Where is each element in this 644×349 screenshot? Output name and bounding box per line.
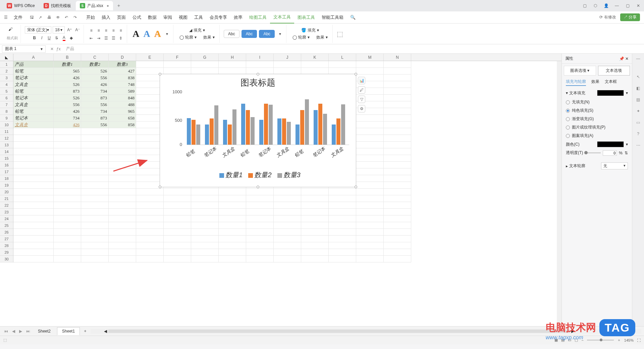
- cell[interactable]: [164, 68, 191, 74]
- chart-bar[interactable]: [323, 114, 327, 145]
- subtab-effects[interactable]: 效果: [591, 79, 599, 86]
- cell[interactable]: 734: [54, 115, 81, 121]
- fill-color-preview[interactable]: [597, 90, 624, 96]
- resize-handle[interactable]: [257, 186, 259, 188]
- cell[interactable]: [81, 249, 109, 256]
- cell[interactable]: [54, 182, 81, 189]
- cell[interactable]: [13, 209, 54, 215]
- brush-icon[interactable]: 🖌: [8, 27, 16, 35]
- cell[interactable]: [329, 242, 356, 249]
- numlist-icon[interactable]: ☰: [110, 35, 117, 42]
- cell[interactable]: [109, 175, 136, 182]
- row-header[interactable]: 13: [0, 142, 13, 148]
- cell[interactable]: [164, 189, 191, 195]
- row-header[interactable]: 5: [0, 88, 13, 95]
- sheet-nav-first[interactable]: ⏮: [3, 329, 9, 334]
- cell[interactable]: [13, 182, 54, 189]
- cell[interactable]: [329, 236, 356, 242]
- cell[interactable]: [356, 142, 384, 148]
- cell[interactable]: [384, 148, 411, 155]
- cell[interactable]: [191, 242, 219, 249]
- row-header[interactable]: 18: [0, 175, 13, 182]
- fx-icon[interactable]: ƒx: [56, 47, 61, 51]
- cell[interactable]: [274, 229, 301, 236]
- maximize-button[interactable]: ▢: [625, 3, 631, 8]
- col-header[interactable]: H: [219, 54, 246, 61]
- row-header[interactable]: 24: [0, 215, 13, 222]
- cell[interactable]: [81, 155, 109, 162]
- chart-bar[interactable]: [264, 104, 268, 145]
- cell[interactable]: [356, 162, 384, 168]
- row-header[interactable]: 22: [0, 202, 13, 209]
- cell[interactable]: 748: [109, 81, 136, 88]
- cell[interactable]: [274, 236, 301, 242]
- cell[interactable]: [54, 256, 81, 262]
- menu-tools[interactable]: 工具: [191, 11, 206, 23]
- save-icon[interactable]: 🖫: [30, 15, 35, 20]
- cell[interactable]: [81, 189, 109, 195]
- cell[interactable]: 产品: [13, 61, 54, 68]
- col-header[interactable]: M: [356, 54, 384, 61]
- cell[interactable]: [136, 189, 164, 195]
- cell[interactable]: [136, 209, 164, 215]
- shape-style-2[interactable]: Abc: [241, 30, 257, 38]
- cell[interactable]: [136, 236, 164, 242]
- cell[interactable]: [13, 142, 54, 148]
- cell[interactable]: 734: [81, 88, 109, 95]
- chart-legend[interactable]: 数量1 数量2 数量3: [160, 170, 356, 180]
- cell[interactable]: 数量1: [54, 61, 81, 68]
- cell[interactable]: [246, 249, 274, 256]
- cell[interactable]: 658: [109, 115, 136, 121]
- chart-bar[interactable]: [318, 104, 322, 145]
- cell[interactable]: [191, 202, 219, 209]
- cell[interactable]: [219, 209, 246, 215]
- cell[interactable]: [54, 175, 81, 182]
- row-header[interactable]: 8: [0, 108, 13, 115]
- align-right-icon[interactable]: ≡: [103, 27, 109, 34]
- select-all-corner[interactable]: ◣: [0, 54, 13, 61]
- cell[interactable]: [329, 229, 356, 236]
- cell[interactable]: [81, 256, 109, 262]
- chart-bar[interactable]: [187, 118, 191, 145]
- cell[interactable]: 文具盒: [13, 121, 54, 128]
- zoom-level[interactable]: 145%: [624, 338, 634, 342]
- cell[interactable]: [329, 209, 356, 215]
- cell[interactable]: [81, 168, 109, 175]
- strike-icon[interactable]: S̶: [53, 35, 60, 41]
- preview-icon[interactable]: 👁: [56, 15, 61, 20]
- cell[interactable]: [136, 61, 164, 68]
- cell[interactable]: [164, 229, 191, 236]
- cell[interactable]: [219, 202, 246, 209]
- cell[interactable]: 556: [54, 101, 81, 108]
- cell[interactable]: [109, 222, 136, 229]
- minimize-button[interactable]: —: [614, 3, 620, 8]
- print-icon[interactable]: 🖶: [47, 15, 53, 20]
- row-header[interactable]: 3: [0, 74, 13, 81]
- cell[interactable]: [274, 202, 301, 209]
- sheet-tab-sheet2[interactable]: Sheet2: [33, 327, 56, 335]
- col-header[interactable]: N: [384, 54, 411, 61]
- cell[interactable]: [109, 215, 136, 222]
- cell[interactable]: [13, 162, 54, 168]
- cell[interactable]: [81, 242, 109, 249]
- cell[interactable]: [356, 209, 384, 215]
- cell[interactable]: 426: [54, 108, 81, 115]
- cell[interactable]: [109, 189, 136, 195]
- cell[interactable]: [54, 229, 81, 236]
- cell[interactable]: [13, 249, 54, 256]
- menu-view[interactable]: 视图: [175, 11, 191, 23]
- cell[interactable]: [274, 195, 301, 202]
- cell[interactable]: 526: [81, 68, 109, 74]
- cell[interactable]: [164, 236, 191, 242]
- formula-input[interactable]: 产品: [63, 46, 644, 52]
- increase-font-icon[interactable]: A⁺: [66, 27, 73, 33]
- row-header[interactable]: 23: [0, 209, 13, 215]
- list-icon[interactable]: ☰: [103, 35, 109, 42]
- cell[interactable]: [219, 236, 246, 242]
- menu-formula[interactable]: 公式: [129, 11, 145, 23]
- col-header[interactable]: C: [81, 54, 109, 61]
- cell[interactable]: [246, 215, 274, 222]
- cell[interactable]: [191, 209, 219, 215]
- cell[interactable]: [329, 189, 356, 195]
- cell[interactable]: [81, 215, 109, 222]
